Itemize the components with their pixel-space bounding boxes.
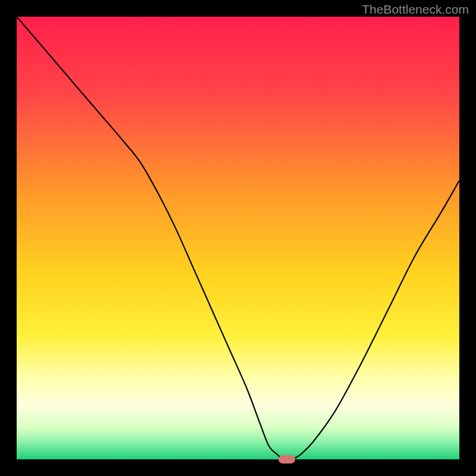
bottleneck-curve (17, 17, 459, 459)
watermark-text: TheBottleneck.com (362, 2, 469, 17)
optimum-marker (278, 455, 295, 464)
plot-area (17, 17, 459, 459)
